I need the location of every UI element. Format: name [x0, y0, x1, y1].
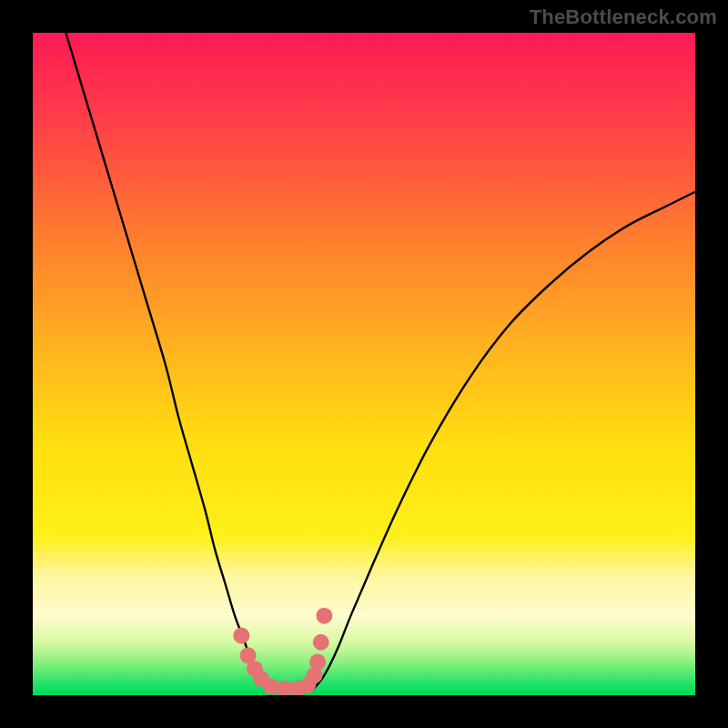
curves-layer [33, 33, 695, 695]
plot-area [33, 33, 695, 695]
valley-marker [313, 634, 329, 651]
right-branch-curve [311, 192, 695, 693]
chart-frame: TheBottleneck.com [0, 0, 728, 728]
valley-marker [316, 608, 332, 624]
valley-marker [309, 654, 326, 671]
left-branch-curve [66, 33, 271, 692]
valley-marker [233, 627, 249, 643]
watermark-text: TheBottleneck.com [530, 5, 717, 29]
valley-markers [233, 608, 332, 695]
